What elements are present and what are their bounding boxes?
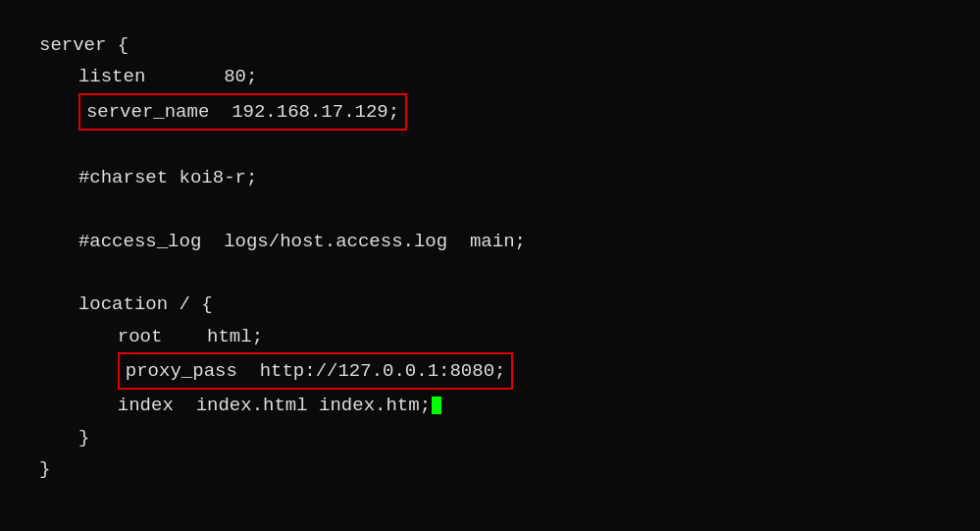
server-name-highlight: server_name 192.168.17.129;: [78, 93, 407, 131]
proxy-pass-highlight: proxy_pass http://127.0.0.1:8080;: [118, 352, 514, 390]
code-line-12: index index.html index.htm;: [39, 390, 941, 421]
code-line-2: listen 80;: [39, 61, 941, 92]
code-line-6: [39, 193, 941, 225]
terminal-cursor: [432, 397, 441, 414]
code-line-7: #access_log logs/host.access.log main;: [39, 226, 941, 257]
code-display: server { listen 80; server_name 192.168.…: [0, 0, 980, 531]
code-line-8: [39, 257, 941, 289]
code-line-1: server {: [39, 29, 941, 61]
code-line-11: proxy_pass http://127.0.0.1:8080;: [39, 352, 941, 390]
code-line-9: location / {: [39, 289, 941, 320]
code-line-3: server_name 192.168.17.129;: [39, 93, 941, 131]
code-line-13: }: [39, 422, 941, 453]
code-line-10: root html;: [39, 321, 941, 352]
code-line-4: [39, 131, 941, 162]
code-line-14: }: [39, 453, 941, 485]
code-line-5: #charset koi8-r;: [39, 162, 941, 193]
